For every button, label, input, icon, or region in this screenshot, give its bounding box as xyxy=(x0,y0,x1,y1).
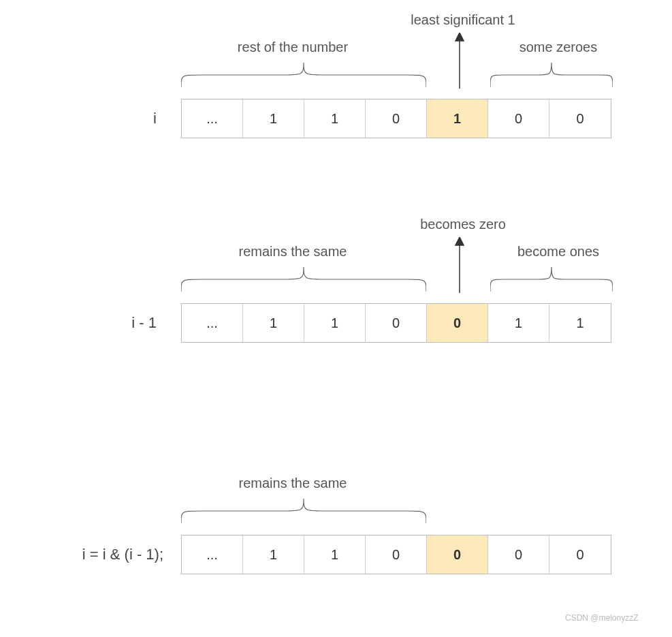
brace-right-2 xyxy=(490,266,613,293)
brace-left-3 xyxy=(181,497,426,525)
annot-remains-same-1: remains the same xyxy=(204,244,381,260)
bit-cell: 1 xyxy=(243,535,304,574)
section-result: remains the same i = i & (i - 1); ... 1 … xyxy=(0,436,672,627)
svg-marker-1 xyxy=(455,33,464,41)
bit-cell: 0 xyxy=(366,99,427,138)
bit-cell: 1 xyxy=(243,304,304,342)
bit-cell: ... xyxy=(182,99,243,138)
bit-cell: 1 xyxy=(549,304,611,342)
bit-row-result: ... 1 1 0 0 0 0 xyxy=(181,535,611,574)
bit-cell: 0 xyxy=(488,535,549,574)
bit-cell: 1 xyxy=(304,99,366,138)
row-label-result: i = i & (i - 1); xyxy=(20,546,163,563)
svg-marker-3 xyxy=(455,237,464,245)
bit-cell: 0 xyxy=(549,535,611,574)
annot-rest-of-number: rest of the number xyxy=(204,40,381,55)
bit-cell: 0 xyxy=(366,535,427,574)
bit-cell: 1 xyxy=(243,99,304,138)
row-label-i: i xyxy=(68,110,157,127)
arrow-2 xyxy=(453,237,466,293)
bit-cell-highlight: 0 xyxy=(427,535,488,574)
bit-cell-highlight: 1 xyxy=(427,99,488,138)
bit-cell-highlight: 0 xyxy=(427,304,488,342)
annot-least-sig-1: least significant 1 xyxy=(381,12,545,28)
annot-becomes-zero: becomes zero xyxy=(395,217,531,232)
bit-row-i-minus-1: ... 1 1 0 0 1 1 xyxy=(181,303,611,343)
annot-remains-same-2: remains the same xyxy=(204,476,381,491)
brace-left-2 xyxy=(181,266,426,293)
section-i-minus-1: remains the same becomes zero become one… xyxy=(0,204,672,395)
bit-cell: 0 xyxy=(366,304,427,342)
bit-row-i: ... 1 1 0 1 0 0 xyxy=(181,99,611,138)
bit-cell: 1 xyxy=(488,304,549,342)
bit-cell: 1 xyxy=(304,304,366,342)
watermark: CSDN @melonyzzZ xyxy=(565,613,639,623)
section-i: rest of the number least significant 1 s… xyxy=(0,0,672,191)
bit-cell: ... xyxy=(182,535,243,574)
arrow-1 xyxy=(453,33,466,89)
brace-right-1 xyxy=(490,61,613,89)
bit-cell: ... xyxy=(182,304,243,342)
bit-cell: 1 xyxy=(304,535,366,574)
annot-some-zeroes: some zeroes xyxy=(497,40,620,55)
annot-become-ones: become ones xyxy=(497,244,620,260)
brace-left-1 xyxy=(181,61,426,89)
bit-cell: 0 xyxy=(488,99,549,138)
row-label-i-minus-1: i - 1 xyxy=(68,314,157,332)
bit-cell: 0 xyxy=(549,99,611,138)
